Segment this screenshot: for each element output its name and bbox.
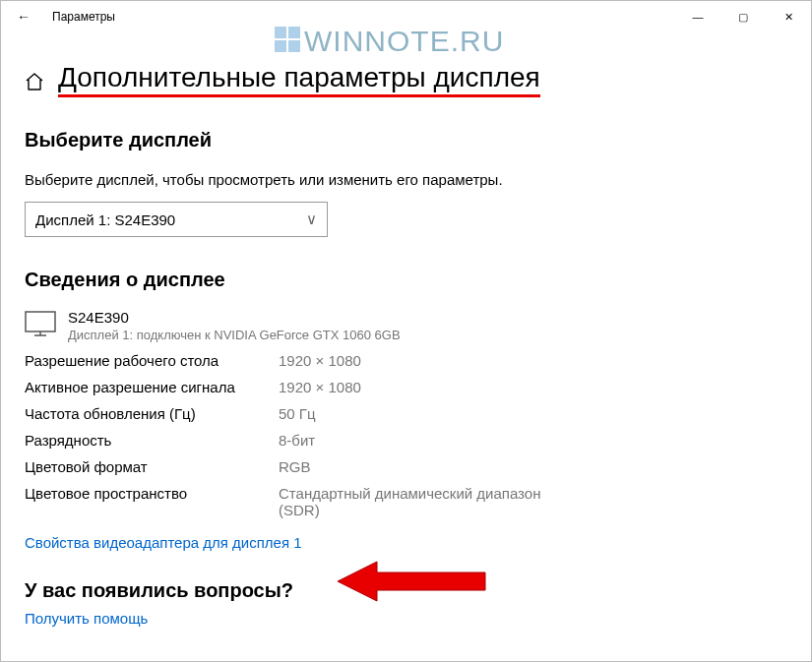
spec-value: 50 Гц	[279, 405, 316, 422]
display-info-heading: Сведения о дисплее	[25, 269, 787, 291]
display-select[interactable]: Дисплей 1: S24E390 ∨	[25, 202, 328, 237]
spec-value: 1920 × 1080	[279, 352, 361, 369]
spec-label: Активное разрешение сигнала	[25, 379, 279, 395]
watermark-text: WINNOTE.RU	[304, 25, 504, 57]
get-help-link[interactable]: Получить помощь	[25, 610, 148, 627]
choose-display-heading: Выберите дисплей	[25, 129, 787, 151]
windows-flag-icon	[275, 27, 302, 54]
watermark: WINNOTE.RU	[275, 25, 504, 58]
spec-row: Разрешение рабочего стола 1920 × 1080	[25, 352, 787, 369]
spec-label: Цветовой формат	[25, 458, 279, 475]
svg-marker-3	[338, 562, 485, 601]
choose-display-prompt: Выберите дисплей, чтобы просмотреть или …	[25, 171, 517, 188]
annotation-arrow-icon	[338, 557, 495, 606]
window-title: Параметры	[52, 10, 115, 24]
window-controls: — ▢ ✕	[675, 1, 811, 32]
display-connection: Дисплей 1: подключен к NVIDIA GeForce GT…	[68, 328, 401, 342]
spec-row: Цветовое пространство Стандартный динами…	[25, 485, 787, 518]
monitor-icon	[25, 311, 56, 336]
display-select-value: Дисплей 1: S24E390	[35, 211, 175, 228]
page-title: Дополнительные параметры дисплея	[58, 62, 540, 97]
spec-row: Цветовой формат RGB	[25, 458, 787, 475]
svg-rect-0	[26, 312, 55, 331]
chevron-down-icon: ∨	[306, 211, 317, 228]
spec-value: RGB	[279, 458, 311, 475]
spec-label: Разрешение рабочего стола	[25, 352, 279, 369]
spec-label: Разрядность	[25, 432, 279, 449]
adapter-properties-link[interactable]: Свойства видеоадаптера для дисплея 1	[25, 534, 302, 551]
display-name: S24E390	[68, 309, 401, 326]
close-button[interactable]: ✕	[766, 1, 811, 32]
display-identity: S24E390 Дисплей 1: подключен к NVIDIA Ge…	[25, 309, 787, 342]
spec-row: Разрядность 8-бит	[25, 432, 787, 449]
spec-label: Цветовое пространство	[25, 485, 279, 518]
spec-label: Частота обновления (Гц)	[25, 405, 279, 422]
home-icon[interactable]	[25, 72, 44, 91]
maximize-button[interactable]: ▢	[720, 1, 766, 32]
minimize-button[interactable]: —	[675, 1, 720, 32]
spec-value: 8-бит	[279, 432, 315, 449]
page-header: Дополнительные параметры дисплея	[25, 62, 787, 97]
back-button[interactable]: ←	[1, 1, 46, 32]
spec-value: 1920 × 1080	[279, 379, 361, 395]
spec-value: Стандартный динамический диапазон (SDR)	[279, 485, 574, 518]
spec-row: Частота обновления (Гц) 50 Гц	[25, 405, 787, 422]
spec-row: Активное разрешение сигнала 1920 × 1080	[25, 379, 787, 395]
